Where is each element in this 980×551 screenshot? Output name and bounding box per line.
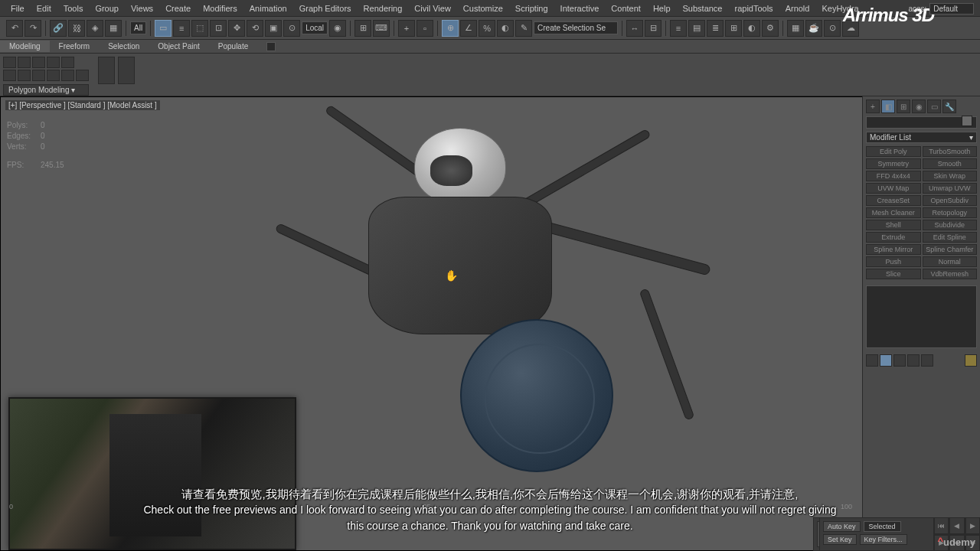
panel-display-tab[interactable]: ▭ [927, 99, 941, 113]
mod-push[interactable]: Push [866, 256, 921, 267]
stack-remove-button[interactable] [907, 354, 920, 367]
keyfilters-button[interactable]: Key Filters... [860, 534, 907, 545]
viewport[interactable]: [+] [Perspective ] [Standard ] [Model As… [0, 96, 862, 551]
goto-start-button[interactable]: ⏮ [934, 517, 949, 534]
ribbon-btn-3[interactable] [32, 70, 45, 81]
mod-normal[interactable]: Normal [923, 256, 978, 267]
subobj-edge[interactable] [18, 57, 31, 68]
menu-file[interactable]: File [5, 4, 31, 13]
stack-show-button[interactable] [880, 354, 892, 367]
ribbon-large-1[interactable] [98, 57, 115, 84]
subobj-poly[interactable] [47, 57, 60, 68]
menu-customize[interactable]: Customize [457, 4, 509, 13]
manipulate-button[interactable]: ⊞ [354, 20, 371, 37]
mod-skinwrap[interactable]: Skin Wrap [923, 171, 978, 181]
panel-modify-tab[interactable]: ◧ [881, 99, 895, 113]
stack-sets-button[interactable] [965, 354, 977, 367]
tab-selection[interactable]: Selection [99, 41, 149, 52]
mod-splinechamfer[interactable]: Spline Chamfer [923, 244, 978, 255]
object-color-swatch[interactable] [962, 116, 972, 126]
render-last-button[interactable]: ⊙ [824, 20, 841, 37]
mod-smooth[interactable]: Smooth [923, 158, 978, 169]
mod-editpoly[interactable]: Edit Poly [866, 146, 921, 157]
menu-create[interactable]: Create [159, 4, 197, 13]
mod-ffd[interactable]: FFD 4x4x4 [866, 171, 921, 181]
ref-coord-system[interactable]: Local [302, 21, 328, 34]
render-setup-button[interactable]: ⚙ [762, 20, 779, 37]
mod-extrude[interactable]: Extrude [866, 232, 921, 243]
select-name-button[interactable]: ≡ [173, 20, 190, 37]
menu-substance[interactable]: Substance [677, 4, 729, 13]
keyboard-button[interactable]: ⌨ [373, 20, 390, 37]
tab-objectpaint[interactable]: Object Paint [149, 41, 208, 52]
angle-snap-button[interactable]: ∠ [460, 20, 477, 37]
play-button[interactable]: ▶ [965, 517, 980, 534]
mod-creaseset[interactable]: CreaseSet [866, 195, 921, 206]
schematic-view-button[interactable]: ⊞ [725, 20, 742, 37]
undo-button[interactable]: ↶ [6, 20, 23, 37]
prev-frame-button[interactable]: ◀ [949, 517, 964, 534]
material-editor-button[interactable]: ◐ [743, 20, 760, 37]
render-prod-button[interactable]: ☕ [805, 20, 822, 37]
ribbon-btn-2[interactable] [18, 70, 31, 81]
mod-splinemirror[interactable]: Spline Mirror [866, 244, 921, 255]
stack-config-button[interactable] [921, 354, 933, 367]
selection-set-dropdown[interactable]: Create Selection Se [534, 21, 618, 34]
mod-shell[interactable]: Shell [866, 220, 921, 230]
object-name-field[interactable] [866, 116, 977, 129]
render-frame-button[interactable]: ▦ [787, 20, 804, 37]
menu-edit[interactable]: Edit [31, 4, 57, 13]
align-button[interactable]: ⊟ [645, 20, 662, 37]
mod-slice[interactable]: Slice [866, 269, 921, 279]
spinner-snap-button[interactable]: ◐ [497, 20, 514, 37]
modifier-list-dropdown[interactable]: Modifier List▾ [866, 132, 977, 143]
menu-interactive[interactable]: Interactive [554, 4, 606, 13]
menu-content[interactable]: Content [605, 4, 647, 13]
ribbon-checkbox[interactable] [266, 42, 276, 51]
schematic-button[interactable]: ▦ [105, 20, 122, 37]
edit-named-sel-button[interactable]: ✎ [515, 20, 532, 37]
menu-tools[interactable]: Tools [57, 4, 90, 13]
mod-meshcleaner[interactable]: Mesh Cleaner [866, 207, 921, 218]
pivot-button[interactable]: ◉ [329, 20, 346, 37]
menu-grapheditors[interactable]: Graph Editors [293, 4, 358, 13]
menu-rendering[interactable]: Rendering [358, 4, 409, 13]
ribbon-btn-6[interactable] [76, 70, 89, 81]
mod-uvwmap[interactable]: UVW Map [866, 183, 921, 194]
ribbon-btn-5[interactable] [61, 70, 74, 81]
ribbon-btn-4[interactable] [47, 70, 60, 81]
panel-hierarchy-tab[interactable]: ⊞ [897, 99, 910, 113]
tab-freeform[interactable]: Freeform [50, 41, 100, 52]
named-sel-button[interactable]: + [398, 20, 415, 37]
subobj-element[interactable] [61, 57, 74, 68]
select-scale-button[interactable]: ▣ [265, 20, 282, 37]
stack-unique-button[interactable] [893, 354, 906, 367]
layer-explorer-button[interactable]: ≡ [670, 20, 687, 37]
viewport-label[interactable]: [+] [Perspective ] [Standard ] [Model As… [5, 100, 160, 110]
percent-snap-button[interactable]: % [479, 20, 495, 37]
workspace-select[interactable]: Default [929, 3, 974, 15]
selection-filter[interactable]: All [130, 21, 146, 34]
select-rotate-button[interactable]: ⟲ [247, 20, 263, 37]
menu-views[interactable]: Views [125, 4, 159, 13]
curve-editor-button[interactable]: ≣ [707, 20, 724, 37]
ribbon-large-2[interactable] [118, 57, 135, 84]
select-object-button[interactable]: ▭ [155, 20, 172, 37]
panel-utilities-tab[interactable]: 🔧 [942, 99, 956, 113]
mod-subdivide[interactable]: Subdivide [923, 220, 978, 230]
subobj-vertex[interactable] [3, 57, 16, 68]
unlink-button[interactable]: ⛓ [68, 20, 85, 37]
menu-civilview[interactable]: Civil View [408, 4, 456, 13]
menu-group[interactable]: Group [89, 4, 125, 13]
panel-create-tab[interactable]: + [866, 99, 880, 113]
menu-help[interactable]: Help [647, 4, 677, 13]
redo-button[interactable]: ↷ [24, 20, 41, 37]
setkey-button[interactable]: Set Key [823, 534, 857, 545]
mod-symmetry[interactable]: Symmetry [866, 158, 921, 169]
mod-retopology[interactable]: Retopology [923, 207, 978, 218]
select-move-button[interactable]: ✥ [228, 20, 245, 37]
select-region-rect[interactable]: ⬚ [191, 20, 208, 37]
mirror-button[interactable]: ▫ [416, 20, 433, 37]
panel-motion-tab[interactable]: ◉ [912, 99, 926, 113]
mod-unwrapuvw[interactable]: Unwrap UVW [923, 183, 978, 194]
